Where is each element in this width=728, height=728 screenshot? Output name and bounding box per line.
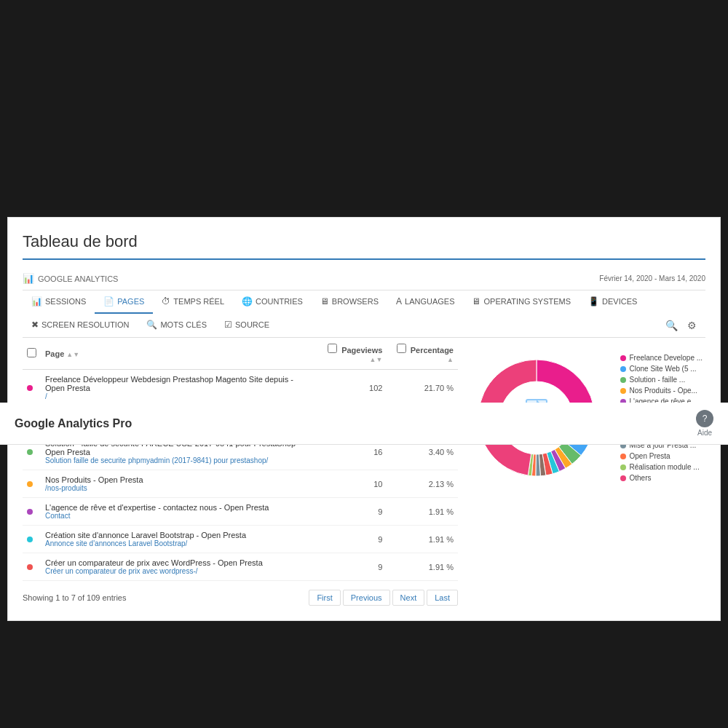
pagination-info: Showing 1 to 7 of 109 entries xyxy=(23,593,126,602)
legend-dot xyxy=(620,464,626,470)
devices-icon: 📱 xyxy=(588,296,599,306)
row-page: Créer un comparateur de prix avec WordPr… xyxy=(41,553,312,581)
table-row: Nos Produits - Open Presta /nos-produits… xyxy=(23,470,458,498)
chart-wrapper: Freelance Develope ... Clone Site Web (5… xyxy=(472,338,705,606)
tab-countries[interactable]: 🌐 COUNTRIES xyxy=(233,290,312,314)
legend-dot xyxy=(620,355,626,361)
legend-label: Nos Produits - Ope... xyxy=(630,387,697,395)
row-pageviews: 9 xyxy=(312,498,387,526)
page-url-link[interactable]: /nos-produits xyxy=(45,484,308,492)
pageviews-checkbox[interactable] xyxy=(328,344,337,353)
app-container: Google Analytics Pro ? Aide Tableau de b… xyxy=(0,217,728,728)
col-checkbox xyxy=(23,338,41,370)
page-url-link[interactable]: / xyxy=(45,392,308,400)
tab-languages[interactable]: A LANGUAGES xyxy=(387,290,463,314)
tabs-bar: 📊 SESSIONS 📄 PAGES ⏱ TEMPS RÉEL 🌐 COUNTR… xyxy=(23,290,705,338)
chart-bar-icon: 📊 xyxy=(23,273,34,284)
previous-page-button[interactable]: Previous xyxy=(343,590,390,606)
last-page-button[interactable]: Last xyxy=(427,590,458,606)
row-dot xyxy=(23,553,41,581)
legend-dot xyxy=(620,475,626,481)
tab-source[interactable]: ☑ SOURCE xyxy=(215,314,278,337)
legend-item: Solution - faille ... xyxy=(620,376,715,384)
os-icon: 🖥 xyxy=(472,296,480,306)
col-page[interactable]: Page ▲▼ xyxy=(41,338,312,370)
page-url-link[interactable]: Créer un comparateur de prix avec wordpr… xyxy=(45,567,308,575)
row-percentage: 21.70 % xyxy=(387,370,458,406)
table-row: Création site d'annonce Laravel Bootstra… xyxy=(23,526,458,553)
row-percentage: 1.91 % xyxy=(387,553,458,581)
page-url-link[interactable]: Solution faille de securite phpmyadmin (… xyxy=(45,456,308,464)
row-page: Création site d'annonce Laravel Bootstra… xyxy=(41,526,312,553)
legend-item: Nos Produits - Ope... xyxy=(620,387,715,395)
languages-icon: A xyxy=(396,296,402,306)
sort-pageviews-icon: ▲▼ xyxy=(370,356,383,363)
tab-sessions[interactable]: 📊 SESSIONS xyxy=(23,290,95,314)
help-button[interactable]: ? xyxy=(696,410,713,427)
row-page: Nos Produits - Open Presta /nos-produits xyxy=(41,470,312,498)
first-page-button[interactable]: First xyxy=(309,590,340,606)
help-wrapper: ? Aide xyxy=(696,410,713,437)
table-wrapper: Page ▲▼ Pageviews ▲▼ Percentage ▲ xyxy=(23,338,458,606)
dashboard-title: Tableau de bord xyxy=(23,232,705,260)
header-bar: Google Analytics Pro ? Aide xyxy=(0,403,728,445)
legend-label: Solution - faille ... xyxy=(630,376,686,384)
help-label: Aide xyxy=(697,429,712,437)
pagination-buttons: First Previous Next Last xyxy=(309,590,458,606)
col-pageviews[interactable]: Pageviews ▲▼ xyxy=(312,338,387,370)
countries-icon: 🌐 xyxy=(242,296,253,306)
row-pageviews: 9 xyxy=(312,553,387,581)
tab-pages[interactable]: 📄 PAGES xyxy=(95,290,153,314)
screen-res-icon: ✖ xyxy=(31,320,39,330)
legend-item: Réalisation module ... xyxy=(620,463,715,471)
table-row: Freelance Développeur Webdesign Prestash… xyxy=(23,370,458,406)
col-percentage[interactable]: Percentage ▲ xyxy=(387,338,458,370)
tabs-actions: 🔍 ⚙ xyxy=(657,317,705,334)
tab-operating-systems[interactable]: 🖥 OPERATING SYSTEMS xyxy=(463,290,579,314)
legend-item: Freelance Develope ... xyxy=(620,354,715,362)
page-url-link[interactable]: Annonce site d'annonces Laravel Bootstra… xyxy=(45,539,308,547)
source-icon: ☑ xyxy=(224,320,232,330)
tab-temps-reel[interactable]: ⏱ TEMPS RÉEL xyxy=(153,290,233,314)
row-percentage: 2.13 % xyxy=(387,470,458,498)
browsers-icon: 🖥 xyxy=(320,296,329,306)
row-percentage: 1.91 % xyxy=(387,526,458,553)
legend-label: Clone Site Web (5 ... xyxy=(630,365,697,373)
legend-label: Réalisation module ... xyxy=(630,463,700,471)
row-dot xyxy=(23,498,41,526)
ga-label: 📊 GOOGLE ANALYTICS xyxy=(23,273,118,284)
row-percentage: 1.91 % xyxy=(387,498,458,526)
search-button[interactable]: 🔍 xyxy=(662,317,681,334)
select-all-checkbox[interactable] xyxy=(27,348,36,357)
next-page-button[interactable]: Next xyxy=(392,590,425,606)
legend-dot xyxy=(620,366,626,372)
row-dot xyxy=(23,526,41,553)
tab-mots-cles[interactable]: 🔍 MOTS CLÉS xyxy=(138,314,215,337)
table-section: Page ▲▼ Pageviews ▲▼ Percentage ▲ xyxy=(23,338,705,606)
row-page: Freelance Développeur Webdesign Prestash… xyxy=(41,370,312,406)
row-page: L'agence de rêve et d'expertise - contac… xyxy=(41,498,312,526)
settings-button[interactable]: ⚙ xyxy=(684,317,700,334)
legend-label: Others xyxy=(630,474,652,482)
date-range: Février 14, 2020 - Mars 14, 2020 xyxy=(599,274,705,282)
sessions-icon: 📊 xyxy=(31,296,42,306)
tab-devices[interactable]: 📱 DEVICES xyxy=(579,290,646,314)
mots-cles-icon: 🔍 xyxy=(146,320,157,330)
legend-label: Open Presta xyxy=(630,452,670,460)
tab-browsers[interactable]: 🖥 BROWSERS xyxy=(312,290,387,314)
legend-label: Freelance Develope ... xyxy=(630,354,703,362)
percentage-checkbox[interactable] xyxy=(397,344,406,353)
sort-page-icon: ▲▼ xyxy=(66,351,79,358)
row-pageviews: 102 xyxy=(312,370,387,406)
ga-label-bar: 📊 GOOGLE ANALYTICS Février 14, 2020 - Ma… xyxy=(23,267,705,290)
row-dot xyxy=(23,470,41,498)
table-row: Créer un comparateur de prix avec WordPr… xyxy=(23,553,458,581)
page-url-link[interactable]: Contact xyxy=(45,512,308,520)
sort-percentage-icon: ▲ xyxy=(447,356,454,363)
legend-item: Open Presta xyxy=(620,452,715,460)
row-pageviews: 10 xyxy=(312,470,387,498)
app-title: Google Analytics Pro xyxy=(15,417,132,430)
tab-screen-resolution[interactable]: ✖ SCREEN RESOLUTION xyxy=(23,314,138,337)
legend-dot xyxy=(620,454,626,459)
temps-reel-icon: ⏱ xyxy=(162,296,170,306)
